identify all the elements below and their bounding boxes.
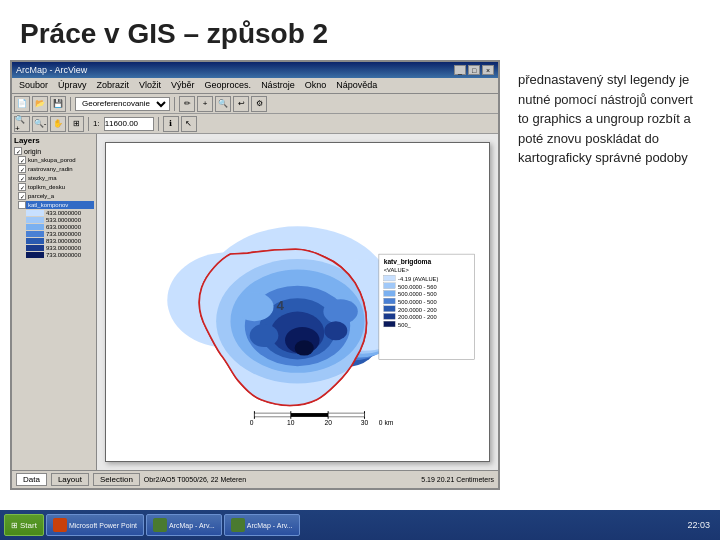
- menu-vyber[interactable]: Výběr: [166, 79, 200, 92]
- svg-text:-4.19 (AVALUE): -4.19 (AVALUE): [398, 276, 438, 282]
- toc-checkbox6[interactable]: ✓: [18, 192, 26, 200]
- toc-checkbox4[interactable]: ✓: [18, 174, 26, 182]
- svg-point-28: [295, 340, 314, 355]
- layer-select[interactable]: Georeferencovanie LMRF_off_geipma: [75, 97, 170, 111]
- main-content: ArcMap - ArcView _ □ × Soubor Úpravy Zob…: [0, 60, 720, 530]
- toc-checkbox5[interactable]: ✓: [18, 183, 26, 191]
- toc-checkbox7[interactable]: ✓: [18, 201, 26, 209]
- select-button[interactable]: ↖: [181, 116, 197, 132]
- svg-point-31: [250, 324, 279, 347]
- menu-napoveda[interactable]: Nápověda: [331, 79, 382, 92]
- svg-text:0: 0: [250, 419, 254, 426]
- maximize-button[interactable]: □: [468, 65, 480, 75]
- svg-rect-49: [384, 275, 395, 281]
- toolbar-btn2[interactable]: +: [197, 96, 213, 112]
- taskbar-arcmap1[interactable]: ArcMap - Arv...: [146, 514, 222, 536]
- arcmap-toolbar1: 📄 📂 💾 Georeferencovanie LMRF_off_geipma …: [12, 94, 498, 114]
- svg-rect-55: [384, 298, 395, 304]
- full-extent-button[interactable]: ⊞: [68, 116, 84, 132]
- toolbar-btn3[interactable]: 🔍: [215, 96, 231, 112]
- start-label: Start: [20, 521, 37, 530]
- start-button[interactable]: ⊞ Start: [4, 514, 44, 536]
- scale-input[interactable]: [104, 117, 154, 131]
- svg-text:500.0000 - 560: 500.0000 - 560: [398, 284, 437, 290]
- toc-color-5: 833.0000000: [26, 238, 94, 244]
- separator4: [158, 117, 159, 131]
- svg-text:0 km: 0 km: [379, 419, 394, 426]
- menu-nastroje[interactable]: Nástroje: [256, 79, 300, 92]
- toc-color-1: 433.0000000: [26, 210, 94, 216]
- taskbar: ⊞ Start Microsoft Power Point ArcMap - A…: [0, 510, 720, 540]
- map-svg: 0 10 20 30 0 km katv_brigdoma <VALUE> -4…: [106, 143, 489, 461]
- identify-button[interactable]: ℹ: [163, 116, 179, 132]
- page-title: Práce v GIS – způsob 2: [0, 0, 720, 60]
- toc-color-2: 533.0000000: [26, 217, 94, 223]
- svg-point-32: [324, 321, 347, 340]
- separator3: [88, 117, 89, 131]
- toc-header: Layers: [14, 136, 94, 145]
- zoom-in-button[interactable]: 🔍+: [14, 116, 30, 132]
- toc-color-6: 933.0000000: [26, 245, 94, 251]
- svg-point-29: [235, 292, 273, 321]
- toolbar-btn5[interactable]: ⚙: [251, 96, 267, 112]
- svg-text:500_: 500_: [398, 322, 412, 328]
- svg-rect-40: [328, 413, 364, 417]
- toc-checkbox3[interactable]: ✓: [18, 165, 26, 173]
- svg-text:500.0000 - 500: 500.0000 - 500: [398, 299, 437, 305]
- svg-text:200.0000 - 200: 200.0000 - 200: [398, 314, 437, 320]
- svg-rect-59: [384, 313, 395, 319]
- menu-zobrazit[interactable]: Zobrazit: [92, 79, 135, 92]
- pan-button[interactable]: ✋: [50, 116, 66, 132]
- arcmap-statusbar: Data Layout Selection Obr2/AO5 T0050/26,…: [12, 470, 498, 488]
- toc-checkbox2[interactable]: ✓: [18, 156, 26, 164]
- arcmap-window: ArcMap - ArcView _ □ × Soubor Úpravy Zob…: [10, 60, 500, 490]
- separator1: [70, 97, 71, 111]
- new-button[interactable]: 📄: [14, 96, 30, 112]
- close-button[interactable]: ×: [482, 65, 494, 75]
- menu-soubor[interactable]: Soubor: [14, 79, 53, 92]
- svg-rect-38: [254, 413, 290, 417]
- svg-text:500.0000 - 500: 500.0000 - 500: [398, 291, 437, 297]
- coordinates-text: 5.19 20.21 Centimeters: [421, 476, 494, 483]
- separator2: [174, 97, 175, 111]
- status-tab-layout[interactable]: Layout: [51, 473, 89, 486]
- arcmap-title-bar: ArcMap - ArcView _ □ ×: [12, 62, 498, 78]
- toc-checkbox[interactable]: ✓: [14, 147, 22, 155]
- toc-item-kunsk[interactable]: ✓ kun_skupa_porod: [18, 156, 94, 164]
- status-tab-data[interactable]: Data: [16, 473, 47, 486]
- menu-geoprocess[interactable]: Geoproces.: [200, 79, 257, 92]
- taskbar-powerpoint[interactable]: Microsoft Power Point: [46, 514, 144, 536]
- toc-item-parcely[interactable]: ✓ parcely_a: [18, 192, 94, 200]
- svg-rect-57: [384, 306, 395, 312]
- svg-text:katv_brigdoma: katv_brigdoma: [384, 258, 432, 266]
- toc-item-katl[interactable]: ✓ katl_komponov: [18, 201, 94, 209]
- map-view[interactable]: 0 10 20 30 0 km katv_brigdoma <VALUE> -4…: [97, 134, 498, 470]
- svg-text:4: 4: [276, 298, 284, 313]
- status-tab-selection[interactable]: Selection: [93, 473, 140, 486]
- svg-rect-51: [384, 283, 395, 289]
- toc-item-rastrov[interactable]: ✓ rastrovany_radin: [18, 165, 94, 173]
- toolbar-btn1[interactable]: ✏: [179, 96, 195, 112]
- toc-panel: Layers ✓ origin ✓ kun_skupa_porod ✓ rast…: [12, 134, 97, 470]
- toc-color-4: 733.0000000: [26, 231, 94, 237]
- toc-color-3: 633.0000000: [26, 224, 94, 230]
- svg-rect-61: [384, 321, 395, 327]
- menu-upravy[interactable]: Úpravy: [53, 79, 92, 92]
- arcmap-menubar: Soubor Úpravy Zobrazit Vložit Výběr Geop…: [12, 78, 498, 94]
- arcmap-title-controls: _ □ ×: [454, 65, 494, 75]
- toc-item-stezky[interactable]: ✓ stezky_ma: [18, 174, 94, 182]
- save-button[interactable]: 💾: [50, 96, 66, 112]
- minimize-button[interactable]: _: [454, 65, 466, 75]
- arcmap-body: Layers ✓ origin ✓ kun_skupa_porod ✓ rast…: [12, 134, 498, 470]
- taskbar-arcmap2[interactable]: ArcMap - Arv...: [224, 514, 300, 536]
- svg-point-30: [323, 299, 357, 324]
- menu-vlozit[interactable]: Vložit: [134, 79, 166, 92]
- menu-okno[interactable]: Okno: [300, 79, 332, 92]
- svg-text:200.0000 - 200: 200.0000 - 200: [398, 307, 437, 313]
- toc-item-origin[interactable]: ✓ origin: [14, 147, 94, 155]
- toc-item-toplkm[interactable]: ✓ toplkm_desku: [18, 183, 94, 191]
- open-button[interactable]: 📂: [32, 96, 48, 112]
- toolbar-btn4[interactable]: ↩: [233, 96, 249, 112]
- zoom-out-button[interactable]: 🔍-: [32, 116, 48, 132]
- map-paper: 0 10 20 30 0 km katv_brigdoma <VALUE> -4…: [105, 142, 490, 462]
